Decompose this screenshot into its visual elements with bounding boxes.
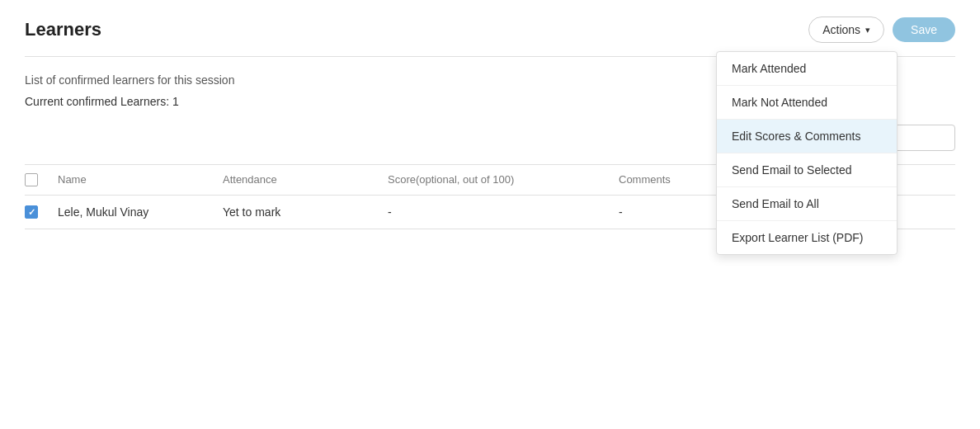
learners-page: Learners Actions ▾ Save Mark AttendedMar… [0, 0, 980, 429]
row-checkbox-cell[interactable] [25, 205, 58, 219]
actions-button[interactable]: Actions ▾ [808, 16, 884, 43]
save-button[interactable]: Save [893, 17, 955, 42]
dropdown-item-send-email-selected[interactable]: Send Email to Selected [717, 153, 897, 187]
col-attendance: Attendance [223, 173, 388, 186]
page-title: Learners [25, 19, 101, 40]
dropdown-item-mark-attended[interactable]: Mark Attended [717, 52, 897, 86]
confirmed-count-label: Current confirmed Learners: [25, 95, 169, 108]
header-checkbox[interactable] [25, 173, 38, 186]
actions-label: Actions [822, 23, 860, 36]
actions-dropdown: Mark AttendedMark Not AttendedEdit Score… [716, 51, 898, 255]
learner-attendance: Yet to mark [223, 205, 388, 219]
dropdown-item-edit-scores-comments[interactable]: Edit Scores & Comments [717, 120, 897, 153]
chevron-down-icon: ▾ [865, 25, 870, 35]
select-all-checkbox[interactable] [25, 173, 58, 186]
dropdown-item-mark-not-attended[interactable]: Mark Not Attended [717, 86, 897, 120]
page-header: Learners Actions ▾ Save Mark AttendedMar… [25, 16, 955, 57]
col-name: Name [58, 173, 223, 186]
confirmed-count-value: 1 [172, 95, 179, 108]
header-actions: Actions ▾ Save Mark AttendedMark Not Att… [808, 16, 955, 43]
learner-name: Lele, Mukul Vinay [58, 205, 223, 219]
dropdown-item-send-email-all[interactable]: Send Email to All [717, 187, 897, 221]
dropdown-item-export-learner-list[interactable]: Export Learner List (PDF) [717, 221, 897, 254]
learner-score: - [388, 205, 619, 219]
row-checkbox[interactable] [25, 205, 38, 219]
col-score: Score(optional, out of 100) [388, 173, 619, 186]
